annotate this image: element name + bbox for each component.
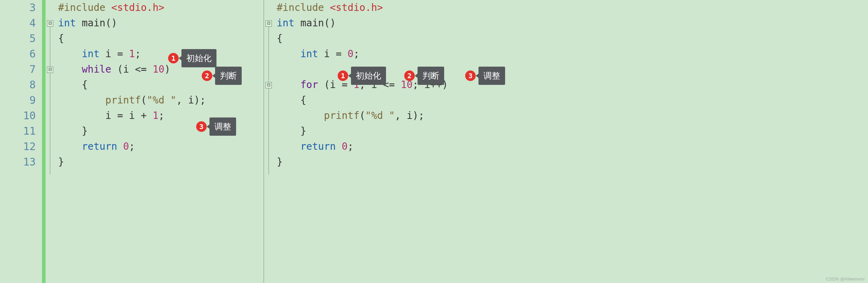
annotation-badge: 1初始化 [168,49,216,67]
fold-toggle-icon[interactable]: ⊟ [47,20,53,27]
annotation-number-icon: 2 [202,70,212,81]
fold-column-right: ⊟ ⊟ [264,0,275,283]
annotation-number-icon: 1 [338,70,348,81]
annotation-badge: 2判断 [202,67,242,85]
annotation-number-icon: 1 [168,53,179,63]
code-line: int i = 0; [277,46,868,62]
line-number: 6 [0,46,36,62]
code-line: int main() [277,15,868,31]
code-line: int i = 1; [58,46,263,62]
code-line: } [277,154,868,170]
line-number: 8 [0,77,36,93]
line-number: 5 [0,31,36,46]
line-number: 7 [0,62,36,77]
change-indicator-bar [42,0,46,283]
line-number: 12 [0,139,36,154]
line-number: 4 [0,15,36,31]
fold-column-left: ⊟ ⊟ [46,0,56,283]
line-number: 10 [0,108,36,123]
code-line: printf("%d ", i); [58,93,263,108]
annotation-label: 判断 [418,67,444,85]
code-line: { [277,93,868,108]
annotation-badge: 3调整 [196,117,236,136]
annotation-label: 调整 [478,67,505,85]
code-line: { [58,31,263,46]
fold-toggle-icon[interactable]: ⊟ [47,67,53,73]
editor-panel-right: ⊟ ⊟ #include <stdio.h>int main(){ int i … [263,0,868,283]
line-number: 13 [0,154,36,170]
line-number: 11 [0,123,36,139]
code-area-right[interactable]: #include <stdio.h>int main(){ int i = 0;… [275,0,868,283]
code-line: #include <stdio.h> [58,0,263,15]
annotation-label: 初始化 [351,67,386,85]
code-line: return 0; [58,139,263,154]
annotation-label: 判断 [215,67,242,85]
line-number-gutter: 345678910111213 [0,0,42,283]
annotation-label: 调整 [209,117,236,136]
code-line: return 0; [277,139,868,154]
annotation-badge: 2判断 [404,67,444,85]
code-line: { [277,31,868,46]
annotation-badge: 3调整 [465,67,505,85]
code-line: } [277,123,868,139]
fold-toggle-icon[interactable]: ⊟ [266,82,272,88]
line-number: 9 [0,93,36,108]
annotation-badge: 1初始化 [338,67,386,85]
annotation-label: 初始化 [181,49,216,67]
code-area-left[interactable]: #include <stdio.h>int main(){ int i = 1;… [56,0,263,283]
code-line: int main() [58,15,263,31]
editor-panel-left: 345678910111213 ⊟ ⊟ #include <stdio.h>in… [0,0,263,283]
annotation-number-icon: 3 [465,70,476,81]
code-line: printf("%d ", i); [277,108,868,123]
code-line: } [58,154,263,170]
fold-toggle-icon[interactable]: ⊟ [266,20,272,27]
code-line: #include <stdio.h> [277,0,868,15]
annotation-number-icon: 2 [404,70,415,81]
line-number: 3 [0,0,36,15]
watermark-text: CSDN @Aileenvov [826,276,864,282]
annotation-number-icon: 3 [196,121,207,132]
